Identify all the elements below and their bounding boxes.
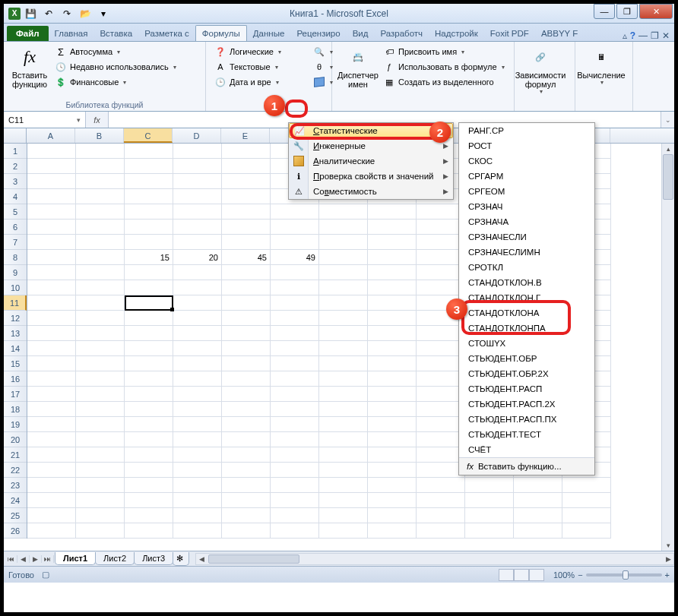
cell[interactable] (368, 250, 417, 265)
cell[interactable] (222, 326, 271, 341)
cell[interactable] (76, 174, 125, 189)
cell[interactable] (27, 432, 76, 447)
submenu-item[interactable]: СТОШYX (459, 336, 594, 351)
submenu-item[interactable]: СТЬЮДЕНТ.РАСП.ПХ (459, 412, 594, 427)
cell[interactable] (465, 493, 514, 508)
file-tab[interactable]: Файл (7, 26, 49, 41)
row-header-17[interactable]: 17 (4, 387, 27, 402)
col-header-D[interactable]: D (173, 128, 221, 143)
scroll-right-icon[interactable]: ▶ (663, 555, 673, 563)
cell[interactable] (368, 280, 417, 295)
cell[interactable] (125, 311, 173, 326)
sheet-tab-2[interactable]: Лист2 (95, 552, 135, 565)
cell[interactable] (27, 144, 76, 159)
submenu-item[interactable]: СТАНДОТКЛОНА (459, 305, 594, 321)
minimize-button[interactable]: — (594, 4, 615, 19)
cell[interactable] (368, 387, 417, 402)
cell[interactable] (173, 220, 222, 235)
cell[interactable] (319, 311, 368, 326)
cell[interactable] (222, 402, 271, 417)
formula-auditing-button[interactable]: 🔗 Зависимости формул▾ (519, 43, 562, 97)
cell[interactable] (368, 295, 417, 311)
cell[interactable] (173, 235, 222, 250)
cell[interactable] (222, 508, 271, 523)
tab-view[interactable]: Вид (347, 26, 375, 41)
cell[interactable] (27, 250, 76, 265)
last-sheet-icon[interactable]: ⏭ (42, 555, 54, 563)
menu-statistical[interactable]: 📈ССтатистическиетатистические▶ (289, 123, 453, 138)
cell[interactable] (173, 295, 222, 311)
cell[interactable] (125, 523, 173, 539)
cell[interactable] (173, 265, 222, 280)
cell[interactable] (465, 508, 514, 523)
cell[interactable] (76, 447, 125, 463)
submenu-item[interactable]: СРГАРМ (459, 169, 594, 184)
cell[interactable] (417, 508, 465, 523)
row-header-18[interactable]: 18 (4, 402, 27, 417)
scroll-left-icon[interactable]: ◀ (196, 555, 207, 563)
cell[interactable] (173, 508, 222, 523)
submenu-item[interactable]: СТАНДОТКЛОН.Г (459, 290, 594, 305)
tab-abbyy[interactable]: ABBYY F (535, 26, 584, 41)
cell[interactable] (125, 493, 173, 508)
row-header-8[interactable]: 8 (4, 250, 27, 265)
insert-function-button[interactable]: fx Вставить функцию (8, 43, 51, 90)
cell[interactable] (27, 523, 76, 539)
row-header-16[interactable]: 16 (4, 371, 27, 387)
cell[interactable] (319, 220, 368, 235)
cell[interactable] (27, 402, 76, 417)
cell[interactable] (514, 493, 562, 508)
cell[interactable] (173, 341, 222, 356)
cell[interactable] (27, 387, 76, 402)
cell[interactable] (319, 387, 368, 402)
cell[interactable] (76, 265, 125, 280)
doc-restore-icon[interactable]: ❐ (651, 30, 659, 41)
cell[interactable] (125, 356, 173, 371)
cell[interactable] (417, 478, 465, 493)
tab-data[interactable]: Данные (247, 26, 291, 41)
namebox-dropdown-icon[interactable]: ▾ (77, 116, 81, 124)
cell[interactable] (125, 508, 173, 523)
close-button[interactable]: ✕ (639, 4, 673, 19)
zoom-in-button[interactable]: + (665, 570, 670, 580)
row-header-2[interactable]: 2 (4, 159, 27, 174)
cell[interactable] (125, 432, 173, 447)
cell[interactable] (319, 295, 368, 311)
cell[interactable] (222, 174, 271, 189)
scroll-up-icon[interactable]: ▴ (662, 144, 674, 154)
cell[interactable] (76, 523, 125, 539)
logical-button[interactable]: ❓Логические▾ (212, 45, 284, 58)
cell[interactable] (319, 432, 368, 447)
open-button[interactable]: 📂 (77, 6, 93, 21)
row-header-4[interactable]: 4 (4, 189, 27, 204)
cell[interactable] (465, 523, 514, 539)
cell[interactable] (319, 417, 368, 432)
row-header-23[interactable]: 23 (4, 478, 27, 493)
doc-minimize-icon[interactable]: — (638, 30, 648, 41)
cell[interactable] (465, 478, 514, 493)
submenu-item[interactable]: СРЗНАЧ (459, 199, 594, 214)
cell[interactable] (368, 371, 417, 387)
cell[interactable] (222, 371, 271, 387)
cell[interactable] (271, 432, 319, 447)
doc-close-icon[interactable]: ✕ (662, 30, 670, 41)
scroll-down-icon[interactable]: ▾ (662, 540, 674, 551)
submenu-item[interactable]: РАНГ.СР (459, 123, 594, 138)
cell[interactable] (125, 463, 173, 478)
cell[interactable] (222, 189, 271, 204)
menu-engineering[interactable]: 🔧Инженерные▶ (289, 138, 453, 153)
cell[interactable]: 15 (125, 250, 173, 265)
cell[interactable] (76, 159, 125, 174)
cell[interactable] (271, 204, 319, 220)
tab-addins[interactable]: Надстройк (429, 26, 484, 41)
cell[interactable] (27, 417, 76, 432)
undo-button[interactable]: ↶ (40, 6, 57, 21)
cell[interactable] (562, 493, 611, 508)
cell[interactable] (319, 204, 368, 220)
cell[interactable] (319, 508, 368, 523)
zoom-level[interactable]: 100% (553, 570, 575, 580)
cell[interactable] (173, 311, 222, 326)
cell[interactable] (27, 159, 76, 174)
cell[interactable] (271, 402, 319, 417)
cell[interactable] (222, 295, 271, 311)
